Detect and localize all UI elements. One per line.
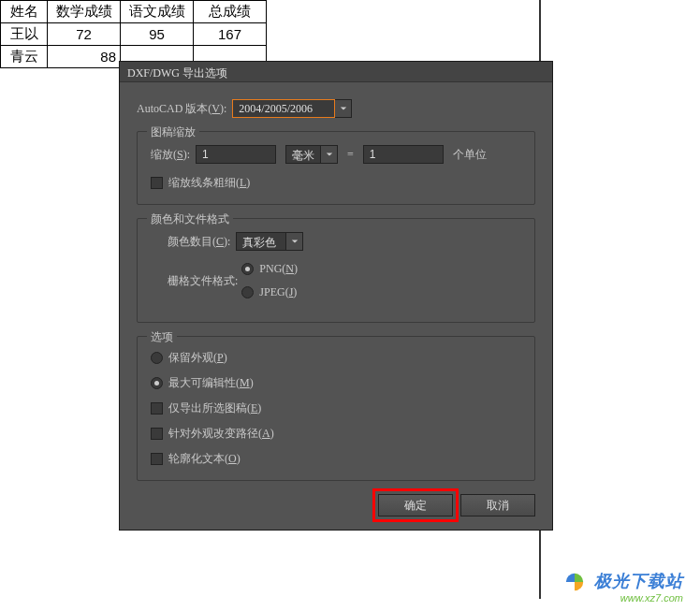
watermark-url: www.xz7.com: [564, 592, 683, 604]
version-label: AutoCAD 版本(V):: [137, 101, 226, 117]
data-table: 姓名 数学成绩 语文成绩 总成绩 王以 72 95 167 青云 88: [0, 0, 267, 68]
ok-button[interactable]: 确定: [378, 494, 453, 516]
alter-paths-label: 针对外观改变路径(A): [168, 426, 274, 442]
version-value: 2004/2005/2006: [232, 99, 335, 118]
checkbox-icon: [151, 177, 163, 189]
outline-text-checkbox[interactable]: 轮廓化文本(O): [151, 451, 521, 467]
jpeg-label: JPEG(J): [259, 285, 297, 299]
dropdown-arrow-icon[interactable]: [335, 99, 352, 118]
version-row: AutoCAD 版本(V): 2004/2005/2006: [137, 99, 535, 118]
checkbox-icon: [151, 402, 163, 415]
version-dropdown[interactable]: 2004/2005/2006: [232, 99, 352, 118]
checkbox-icon: [151, 453, 163, 465]
to-unit-label: 个单位: [453, 147, 487, 163]
watermark-text: 极光下载站: [594, 572, 683, 590]
table-row: 王以 72 95 167: [1, 23, 267, 46]
max-editable-label: 最大可编辑性(M): [168, 375, 254, 391]
dialog-titlebar: DXF/DWG 导出选项: [120, 62, 552, 82]
export-dialog: DXF/DWG 导出选项 AutoCAD 版本(V): 2004/2005/20…: [119, 61, 553, 531]
scale-to-input[interactable]: [363, 145, 444, 164]
header-name: 姓名: [1, 1, 48, 23]
checkbox-icon: [151, 428, 163, 440]
radio-icon: [151, 352, 163, 364]
options-legend: 选项: [147, 329, 177, 345]
radio-icon: [241, 286, 254, 298]
preserve-appearance-label: 保留外观(P): [168, 350, 227, 366]
scale-input[interactable]: [196, 145, 276, 164]
dropdown-arrow-icon[interactable]: [286, 232, 303, 251]
png-label: PNG(N): [259, 262, 298, 276]
radio-icon: [241, 263, 254, 275]
color-count-dropdown[interactable]: 真彩色: [236, 232, 303, 251]
max-editable-radio[interactable]: 最大可编辑性(M): [151, 375, 521, 391]
table-header-row: 姓名 数学成绩 语文成绩 总成绩: [1, 1, 267, 23]
header-math: 数学成绩: [48, 1, 121, 23]
scale-fieldset: 图稿缩放 缩放(S): 毫米 = 个单位 缩放线条粗细(L): [137, 131, 535, 205]
alter-paths-checkbox[interactable]: 针对外观改变路径(A): [151, 426, 521, 442]
export-selected-label: 仅导出所选图稿(E): [168, 400, 261, 416]
color-fieldset: 颜色和文件格式 颜色数目(C): 真彩色 栅格文件格式: PNG(N): [137, 218, 535, 323]
header-total: 总成绩: [194, 1, 267, 23]
equals-label: =: [347, 148, 354, 162]
options-fieldset: 选项 保留外观(P) 最大可编辑性(M) 仅导出所选图稿(E) 针对外观改变路径…: [137, 336, 535, 481]
jpeg-radio[interactable]: JPEG(J): [241, 285, 298, 299]
scale-legend: 图稿缩放: [147, 124, 199, 140]
color-legend: 颜色和文件格式: [147, 211, 233, 227]
preserve-appearance-radio[interactable]: 保留外观(P): [151, 350, 521, 366]
outline-text-label: 轮廓化文本(O): [168, 451, 241, 467]
cancel-button[interactable]: 取消: [460, 494, 535, 516]
watermark: 极光下载站 www.xz7.com: [564, 570, 683, 604]
scale-lines-checkbox[interactable]: 缩放线条粗细(L): [151, 175, 521, 191]
color-count-label: 颜色数目(C):: [168, 234, 230, 250]
watermark-logo-icon: [564, 572, 585, 592]
radio-icon: [151, 377, 163, 389]
header-chinese: 语文成绩: [121, 1, 194, 23]
scale-lines-label: 缩放线条粗细(L): [168, 175, 250, 191]
scale-label: 缩放(S):: [151, 147, 190, 163]
export-selected-checkbox[interactable]: 仅导出所选图稿(E): [151, 400, 521, 416]
dropdown-arrow-icon[interactable]: [321, 145, 338, 164]
raster-format-label: 栅格文件格式:: [168, 273, 238, 289]
png-radio[interactable]: PNG(N): [241, 262, 298, 276]
dialog-buttons: 确定 取消: [137, 494, 535, 516]
unit-dropdown[interactable]: 毫米: [285, 145, 338, 164]
